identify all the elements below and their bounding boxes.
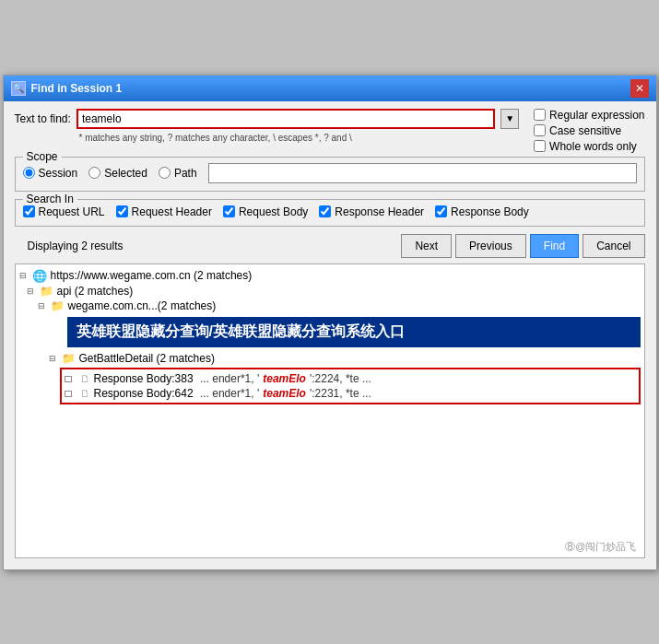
request-url-label: Request URL xyxy=(39,205,105,218)
keyword-1: teamElo xyxy=(263,372,306,385)
request-body-label: Request Body xyxy=(239,205,308,218)
case-sensitive-row: Case sensitive xyxy=(534,124,644,137)
response-body-checkbox[interactable] xyxy=(435,205,447,217)
request-body-checkbox[interactable] xyxy=(223,205,235,217)
request-url-item: Request URL xyxy=(23,205,105,218)
tree-item-root[interactable]: ⊟ 🌐 https://www.wegame.com.cn (2 matches… xyxy=(19,268,641,284)
folder-icon: 📁 xyxy=(51,299,65,312)
results-summary: Displaying 2 results xyxy=(28,240,402,252)
tree-item-label: https://www.wegame.com.cn (2 matches) xyxy=(51,269,253,282)
expand-icon: ⊟ xyxy=(38,301,47,310)
result-context-2b: ':2231, *te ... xyxy=(310,387,371,400)
globe-icon: 🌐 xyxy=(32,269,47,283)
expand-icon: ⊟ xyxy=(27,287,36,296)
scope-row: Session Selected Path xyxy=(23,163,637,183)
results-highlight-box: □ 🗋 Response Body:383 ... ender*1, 'team… xyxy=(60,368,641,404)
next-button[interactable]: Next xyxy=(401,234,452,258)
close-button[interactable]: ✕ xyxy=(630,79,649,98)
regular-expression-checkbox[interactable] xyxy=(534,109,546,121)
search-hint: * matches any string, ? matches any char… xyxy=(79,133,520,143)
result-context-2: ... ender*1, ' xyxy=(197,387,260,400)
case-sensitive-label: Case sensitive xyxy=(549,124,621,137)
right-checkboxes: Regular expression Case sensitive Whole … xyxy=(534,109,644,153)
left-form: Text to find: ▼ * matches any string, ? … xyxy=(15,109,520,148)
scope-label: Scope xyxy=(23,150,62,163)
result-context-1: ... ender*1, ' xyxy=(197,372,260,385)
regular-expression-row: Regular expression xyxy=(534,109,644,122)
scope-session-label: Session xyxy=(39,167,78,180)
expand-icon: ⊟ xyxy=(49,354,58,363)
scope-session-option: Session xyxy=(23,167,78,180)
whole-words-label: Whole words only xyxy=(549,140,637,153)
response-header-item: Response Header xyxy=(319,205,424,218)
request-url-checkbox[interactable] xyxy=(23,205,35,217)
scope-path-option: Path xyxy=(159,167,197,180)
path-input[interactable] xyxy=(208,163,637,183)
scope-selected-radio[interactable] xyxy=(88,167,100,179)
banner-container: 英雄联盟隐藏分查询/英雄联盟隐藏分查询系统入口 xyxy=(49,317,641,347)
scope-selected-option: Selected xyxy=(88,167,147,180)
folder-icon: 📁 xyxy=(40,285,53,298)
previous-button[interactable]: Previous xyxy=(455,234,526,258)
request-header-label: Request Header xyxy=(132,205,212,218)
request-header-checkbox[interactable] xyxy=(116,205,128,217)
tree-item-domain[interactable]: ⊟ 📁 wegame.com.cn...(2 matches) xyxy=(38,299,641,313)
search-in-label: Search In xyxy=(23,193,77,205)
action-buttons: Next Previous Find Cancel xyxy=(401,234,644,258)
result-page-icon: 🗋 xyxy=(80,373,90,384)
tree-item-label: api (2 matches) xyxy=(57,285,134,298)
window-icon: 🔍 xyxy=(11,81,26,96)
watermark: ⑧@闯门炒品飞 xyxy=(565,540,636,554)
dropdown-arrow[interactable]: ▼ xyxy=(500,109,519,129)
response-header-label: Response Header xyxy=(335,205,424,218)
case-sensitive-checkbox[interactable] xyxy=(534,124,546,136)
keyword-2: teamElo xyxy=(263,387,306,400)
regular-expression-label: Regular expression xyxy=(549,109,644,122)
search-row: Text to find: ▼ xyxy=(15,109,520,129)
titlebar-left: 🔍 Find in Session 1 xyxy=(11,81,123,96)
scope-selected-label: Selected xyxy=(104,167,147,180)
highlight-banner: 英雄联盟隐藏分查询/英雄联盟隐藏分查询系统入口 xyxy=(67,317,641,347)
results-bar: Displaying 2 results Next Previous Find … xyxy=(15,234,645,258)
response-body-item: Response Body xyxy=(435,205,529,218)
result-label-2: Response Body:642 xyxy=(94,387,194,400)
tree-item-api[interactable]: ⊟ 📁 api (2 matches) xyxy=(27,284,641,299)
tree-item-label: GetBattleDetail (2 matches) xyxy=(79,352,215,365)
scope-group: Scope Session Selected Path xyxy=(15,157,645,192)
tree-item-label: wegame.com.cn...(2 matches) xyxy=(68,299,217,312)
request-header-item: Request Header xyxy=(116,205,212,218)
window-body: Text to find: ▼ * matches any string, ? … xyxy=(4,101,656,569)
request-body-item: Request Body xyxy=(223,205,308,218)
cancel-button[interactable]: Cancel xyxy=(583,234,644,258)
find-in-session-window: 🔍 Find in Session 1 ✕ Text to find: ▼ * … xyxy=(3,75,657,570)
tree-item-getbattledetail[interactable]: ⊟ 📁 GetBattleDetail (2 matches) xyxy=(49,351,641,366)
search-in-row: Request URL Request Header Request Body … xyxy=(23,205,637,218)
expand-icon: ⊟ xyxy=(19,271,29,280)
result-label-1: Response Body:383 xyxy=(94,372,194,385)
whole-words-row: Whole words only xyxy=(534,140,644,153)
results-panel[interactable]: ⊟ 🌐 https://www.wegame.com.cn (2 matches… xyxy=(15,263,645,558)
scope-path-radio[interactable] xyxy=(159,167,171,179)
result-item-1[interactable]: □ 🗋 Response Body:383 ... ender*1, 'team… xyxy=(65,371,635,386)
titlebar: 🔍 Find in Session 1 ✕ xyxy=(4,76,656,101)
result-icon: □ xyxy=(65,372,76,385)
result-page-icon: 🗋 xyxy=(80,388,90,399)
window-title: Find in Session 1 xyxy=(31,82,123,95)
scope-path-label: Path xyxy=(174,167,197,180)
search-in-group: Search In Request URL Request Header Req… xyxy=(15,199,645,227)
result-context-1b: ':2224, *te ... xyxy=(310,372,371,385)
scope-session-radio[interactable] xyxy=(23,167,35,179)
response-header-checkbox[interactable] xyxy=(319,205,331,217)
whole-words-checkbox[interactable] xyxy=(534,140,546,152)
response-body-label: Response Body xyxy=(451,205,529,218)
search-input[interactable] xyxy=(76,109,495,129)
text-to-find-label: Text to find: xyxy=(15,112,71,125)
find-button[interactable]: Find xyxy=(530,234,579,258)
result-item-2[interactable]: □ 🗋 Response Body:642 ... ender*1, 'team… xyxy=(65,386,635,401)
result-icon: □ xyxy=(65,387,76,400)
folder-icon: 📁 xyxy=(62,352,76,365)
